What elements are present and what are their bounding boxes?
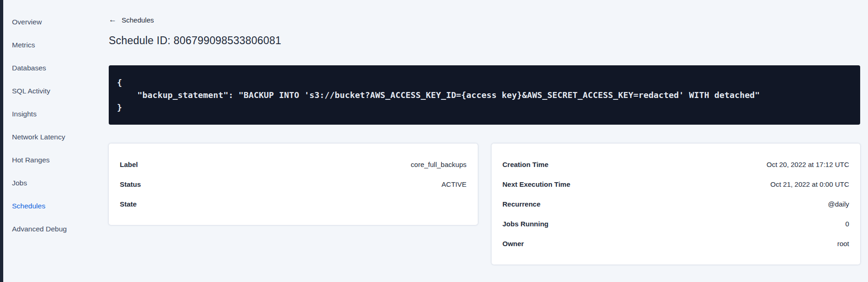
back-to-schedules-link[interactable]: ← Schedules	[109, 15, 154, 24]
detail-label: Jobs Running	[503, 220, 549, 228]
detail-value: 0	[845, 220, 849, 228]
detail-value: root	[837, 240, 849, 247]
sidebar-item[interactable]: Databases	[3, 57, 100, 80]
backup-statement-code-block: { "backup_statement": "BACKUP INTO 's3:/…	[109, 65, 860, 125]
sidebar-item[interactable]: Advanced Debug	[3, 218, 100, 241]
schedule-info-card: Creation Time Oct 20, 2022 at 17:12 UTC …	[492, 144, 861, 265]
detail-label: Recurrence	[503, 200, 541, 208]
detail-row: Creation Time Oct 20, 2022 at 17:12 UTC	[503, 155, 850, 174]
detail-label: Status	[120, 180, 141, 188]
page-title: Schedule ID: 806799098533806081	[109, 35, 860, 47]
sidebar-item[interactable]: Metrics	[3, 34, 100, 57]
label-status-card: Label core_full_backups Status ACTIVE St…	[109, 144, 478, 225]
detail-row: Recurrence @daily	[503, 194, 850, 214]
detail-label: State	[120, 200, 137, 208]
detail-row: Jobs Running 0	[503, 214, 850, 234]
sidebar-item[interactable]: Hot Ranges	[3, 149, 100, 172]
sidebar-item[interactable]: Network Latency	[3, 126, 100, 149]
sidebar-item[interactable]: Schedules	[3, 195, 100, 218]
detail-value: ACTIVE	[441, 180, 466, 188]
sidebar-item[interactable]: Overview	[3, 11, 100, 34]
sidebar-item[interactable]: SQL Activity	[3, 80, 100, 103]
collapsed-nav-strip	[0, 0, 3, 282]
back-link-label: Schedules	[122, 16, 154, 24]
back-arrow-icon: ←	[109, 15, 117, 24]
main-content: ← Schedules Schedule ID: 806799098533806…	[109, 0, 860, 265]
detail-row: State	[120, 194, 467, 214]
detail-row: Owner root	[503, 234, 850, 253]
detail-label: Label	[120, 161, 138, 168]
detail-row: Status ACTIVE	[120, 174, 467, 194]
code-line: {	[117, 76, 852, 89]
detail-row: Next Execution Time Oct 21, 2022 at 0:00…	[503, 174, 850, 194]
detail-label: Next Execution Time	[503, 180, 570, 188]
detail-value: @daily	[828, 200, 849, 208]
detail-cards-row: Label core_full_backups Status ACTIVE St…	[109, 144, 860, 265]
sidebar-nav: Overview Metrics Databases SQL Activity …	[3, 11, 100, 241]
detail-value: core_full_backups	[411, 161, 467, 168]
detail-label: Creation Time	[503, 161, 549, 168]
sidebar-item[interactable]: Insights	[3, 103, 100, 126]
code-line: "backup_statement": "BACKUP INTO 's3://b…	[117, 89, 852, 101]
code-line: }	[117, 101, 852, 114]
detail-row: Label core_full_backups	[120, 155, 467, 174]
sidebar-item[interactable]: Jobs	[3, 172, 100, 195]
detail-label: Owner	[503, 240, 524, 247]
detail-value: Oct 20, 2022 at 17:12 UTC	[767, 161, 849, 168]
detail-value: Oct 21, 2022 at 0:00 UTC	[770, 180, 849, 188]
